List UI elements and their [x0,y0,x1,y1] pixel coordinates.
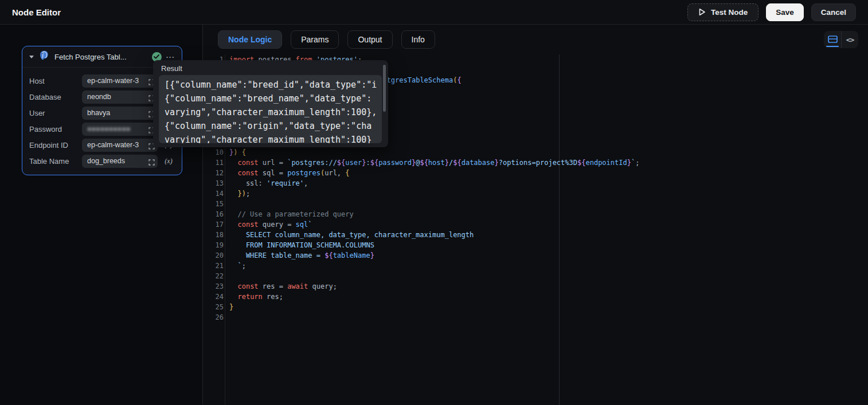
code-view-icon[interactable]: <> [841,31,858,48]
code-line: 15 [203,199,868,209]
line-number: 24 [209,293,224,301]
tab-output[interactable]: Output [347,30,392,49]
code-text: const res = await query; [229,282,337,290]
tab-info[interactable]: Info [401,30,435,49]
line-number: 10 [209,148,224,156]
chevron-down-icon[interactable] [29,56,34,58]
field-value: ep-calm-water-3 [87,77,139,85]
line-number: 13 [209,179,224,187]
topbar-actions: Test Node Save Cancel [687,3,856,21]
result-popup: Result [{"column_name":"breed_id","data_… [153,60,388,147]
line-number: 15 [209,200,224,208]
code-text: WHERE table_name = ${tableName} [229,251,374,259]
visual-editor-icon[interactable] [824,31,841,48]
result-line: varying","character_maximum_length":100} [165,133,378,143]
field-input-password[interactable]: ●●●●●●●●●● [82,123,158,136]
code-line: 20 WHERE table_name = ${tableName} [203,250,868,261]
view-toggle: <> [824,31,858,48]
active-segment-underline [826,46,839,48]
save-button[interactable]: Save [766,3,804,21]
field-input-user[interactable]: bhavya [82,107,158,120]
code-line: 23 const res = await query; [203,281,868,292]
field-label: Host [29,77,45,85]
code-text: `; [229,262,246,270]
top-bar: Node Editor Test Node Save Cancel [0,0,868,25]
node-title: Fetch Postgres Tabl... [54,53,147,61]
code-text: const query = sql` [229,221,312,229]
field-row: Table Namedog_breeds(x) [29,153,175,169]
field-label: User [29,109,45,117]
test-node-button[interactable]: Test Node [687,3,758,21]
result-line: {"column_name":"breed_name","data_type": [165,92,378,105]
line-number: 14 [209,190,224,198]
play-icon [698,8,706,16]
tab-params[interactable]: Params [291,30,339,49]
field-input-host[interactable]: ep-calm-water-3 [82,74,158,88]
page-title: Node Editor [12,7,61,17]
tab-bar: Node LogicParamsOutputInfo [203,25,868,54]
code-text: const sql = postgres(url, { [229,169,350,177]
node-editor-screen: Node Editor Test Node Save Cancel [0,0,868,405]
result-popup-title: Result [161,64,182,73]
field-input-database[interactable]: neondb [82,91,158,104]
code-text: return res; [229,293,283,301]
cancel-button[interactable]: Cancel [811,3,856,21]
field-label: Endpoint ID [29,141,68,150]
result-scrollbar-thumb[interactable] [383,65,386,112]
field-input-table-name[interactable]: dog_breeds [82,155,158,168]
result-line: [{"column_name":"breed_id","data_type":"… [165,78,378,92]
code-text: } [229,303,233,311]
field-label: Password [29,125,62,133]
line-number: 17 [209,221,224,229]
field-value: ep-calm-water-3 [87,141,139,149]
code-text: const url = `postgres://${user}:${passwo… [229,159,639,167]
variable-button[interactable]: (x) [162,157,175,166]
code-text: // Use a parameterized query [229,210,354,218]
line-number: 16 [209,210,224,218]
code-line: 14 }); [203,188,868,199]
code-line: 22 [203,271,868,281]
code-line: 16 // Use a parameterized query [203,209,868,219]
line-number: 22 [209,272,224,280]
field-value: ●●●●●●●●●● [87,125,131,133]
code-text: ssl: 'require', [229,179,308,187]
code-line: 13 ssl: 'require', [203,178,868,188]
result-line: {"column_name":"origin","data_type":"cha [165,119,378,133]
code-line: 17 const query = sql` [203,219,868,230]
line-number: 11 [209,159,224,167]
code-line: 18 SELECT column_name, data_type, charac… [203,230,868,240]
field-input-endpoint-id[interactable]: ep-calm-water-3 [82,139,158,152]
postgresql-icon [38,50,50,64]
line-number: 19 [209,241,224,249]
code-line: 11 const url = `postgres://${user}:${pas… [203,158,868,168]
line-number: 12 [209,169,224,177]
field-label: Database [29,93,61,101]
field-value: neondb [87,93,111,101]
code-line: 24 return res; [203,292,868,302]
test-node-label: Test Node [711,8,748,17]
result-json-output: [{"column_name":"breed_id","data_type":"… [159,75,382,143]
expand-corners-icon[interactable] [148,158,155,168]
field-value: dog_breeds [87,157,125,165]
code-text: FROM INFORMATION_SCHEMA.COLUMNS [229,241,374,249]
field-label: Table Name [29,157,69,166]
code-line: 21 `; [203,261,868,271]
line-number: 20 [209,251,224,259]
code-line: 10}) { [203,147,868,158]
line-number: 21 [209,262,224,270]
code-text: }) { [229,148,246,156]
code-line: 26 [203,312,868,323]
result-line: varying","character_maximum_length":100}… [165,105,378,119]
code-line: 12 const sql = postgres(url, { [203,168,868,178]
line-number: 23 [209,282,224,290]
tab-node-logic[interactable]: Node Logic [218,30,282,49]
code-line: 25} [203,302,868,312]
code-text: SELECT column_name, data_type, character… [229,231,474,239]
code-line: 19 FROM INFORMATION_SCHEMA.COLUMNS [203,240,868,250]
line-number: 25 [209,303,224,311]
line-number: 26 [209,313,224,321]
code-text: }); [229,190,250,198]
field-value: bhavya [87,109,110,117]
line-number: 18 [209,231,224,239]
